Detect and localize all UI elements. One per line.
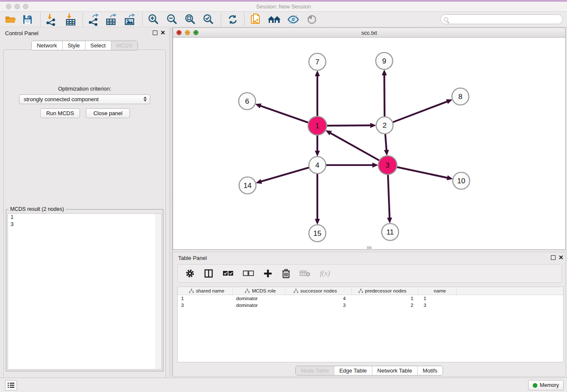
delete-column-button[interactable] [282, 267, 290, 280]
add-column-button[interactable] [263, 267, 272, 280]
tab-node-table[interactable]: Node Table [296, 366, 334, 375]
search-icon [444, 17, 448, 22]
table-cell[interactable]: 3 [178, 302, 233, 309]
open-session-button[interactable] [3, 13, 18, 26]
mcds-result-list: 13 [8, 213, 162, 370]
eye-icon [306, 14, 317, 25]
table-row[interactable]: 3dominator323 [178, 302, 563, 309]
tab-mcds[interactable]: MCDS [111, 41, 138, 50]
table-cell[interactable]: 4 [285, 295, 352, 302]
float-panel-icon[interactable] [153, 30, 157, 35]
import-network-button[interactable] [44, 13, 58, 26]
column-header-mcds-role[interactable]: MCDS role [233, 287, 285, 295]
select-all-button[interactable] [223, 267, 234, 280]
columns-icon [204, 269, 213, 278]
table-cell[interactable]: dominator [233, 295, 285, 302]
graph-edge-2-8[interactable] [392, 102, 447, 123]
export-table-button[interactable] [104, 13, 118, 26]
table-toolbar: f(x) [177, 264, 562, 283]
deselect-all-button[interactable] [243, 267, 254, 280]
table-panel-title: Table Panel [178, 255, 207, 261]
toolbar-separator [244, 13, 245, 26]
split-divider[interactable] [169, 28, 173, 377]
table-panel-header: Table Panel ✕ [173, 252, 565, 263]
tab-motifs[interactable]: Motifs [417, 366, 443, 375]
node-table: shared name MCDS role successor nodes pr… [177, 287, 564, 362]
run-mcds-button[interactable]: Run MCDS [40, 108, 80, 118]
table-cell[interactable]: dominator [233, 302, 285, 309]
select-stepper-icon [143, 97, 147, 102]
table-cell[interactable]: 3 [418, 302, 457, 309]
tab-network-table[interactable]: Network Table [372, 366, 417, 375]
zoom-selected-button[interactable] [201, 13, 215, 26]
zoom-out-button[interactable] [165, 13, 179, 26]
table-cell[interactable]: 1 [178, 295, 233, 302]
close-table-panel-icon[interactable]: ✕ [559, 254, 564, 261]
search-field[interactable] [440, 14, 563, 24]
table-cell[interactable]: 3 [285, 302, 352, 309]
graph-node-label-1: 1 [315, 122, 319, 130]
graph-edge-3-11[interactable] [388, 174, 390, 218]
control-panel: Control Panel ✕ Network Style Select MCD… [0, 28, 169, 377]
table-cell[interactable]: 1 [418, 295, 457, 302]
hide-selected-button[interactable] [286, 13, 300, 26]
import-table-button[interactable] [63, 13, 78, 26]
tab-network[interactable]: Network [32, 41, 62, 50]
table-cell[interactable]: 1 [352, 295, 418, 302]
graph-edge-3-1[interactable] [330, 133, 380, 161]
table-settings-button[interactable] [185, 267, 195, 280]
split-divider-handle[interactable] [170, 193, 172, 204]
attribute-type-icon [245, 289, 250, 293]
task-history-button[interactable] [5, 380, 17, 390]
export-image-button[interactable] [123, 13, 137, 26]
zoom-in-button[interactable] [146, 13, 160, 26]
list-icon [8, 382, 14, 388]
graph-node-label-7: 7 [315, 58, 319, 66]
network-scroll-grip[interactable] [367, 246, 372, 249]
deselect-all-icon [243, 271, 254, 276]
tab-select[interactable]: Select [85, 41, 111, 50]
delete-table-button[interactable] [300, 267, 311, 280]
column-header-predecessor-nodes[interactable]: predecessor nodes [352, 287, 418, 295]
close-panel-icon[interactable]: ✕ [160, 29, 165, 36]
graph-node-label-4: 4 [315, 161, 319, 169]
export-network-button[interactable] [86, 13, 101, 26]
search-input[interactable] [450, 16, 562, 23]
column-header-successor-nodes[interactable]: successor nodes [285, 287, 352, 295]
float-table-panel-icon[interactable] [551, 255, 556, 260]
refresh-button[interactable] [226, 13, 240, 26]
network-graph: 7968124314101511 [173, 38, 565, 249]
graph-edge-4-14[interactable] [261, 167, 310, 182]
graph-edge-3-10[interactable] [396, 167, 448, 178]
network-canvas[interactable]: 7968124314101511 [173, 38, 565, 249]
column-header-shared-name[interactable]: shared name [178, 287, 233, 295]
table-cell[interactable]: 2 [352, 302, 418, 309]
toolbar-separator [221, 13, 221, 26]
memory-label: Memory [540, 382, 559, 388]
table-row[interactable]: 1dominator411 [178, 295, 563, 302]
tab-edge-table[interactable]: Edge Table [334, 366, 372, 375]
show-columns-button[interactable] [204, 267, 213, 280]
zoom-selected-icon [202, 14, 214, 25]
function-builder-button[interactable]: f(x) [320, 267, 330, 280]
tab-style[interactable]: Style [62, 41, 85, 50]
first-neighbors-button[interactable] [267, 13, 282, 26]
zoom-fit-button[interactable] [183, 13, 197, 26]
close-panel-button[interactable]: Close panel [86, 108, 130, 118]
graph-edge-1-6[interactable] [260, 106, 309, 123]
optimization-criterion-select[interactable]: strongly connected component [19, 94, 150, 104]
show-all-button[interactable] [305, 13, 319, 26]
column-header-name[interactable]: name [418, 287, 457, 295]
graph-node-label-8: 8 [458, 93, 462, 101]
graph-edge-2-3[interactable] [385, 133, 386, 150]
graph-edge-1-2[interactable] [326, 125, 371, 126]
network-title: scc.txt [173, 30, 565, 36]
clone-network-button[interactable] [249, 13, 263, 26]
graph-edge-2-9[interactable] [384, 75, 385, 118]
eye-slash-icon [287, 14, 300, 25]
save-session-button[interactable] [20, 13, 35, 26]
zoom-in-icon [147, 14, 159, 25]
memory-button[interactable]: Memory [528, 380, 564, 390]
result-scrollbar[interactable] [156, 214, 161, 369]
graph-node-label-11: 11 [386, 228, 394, 236]
